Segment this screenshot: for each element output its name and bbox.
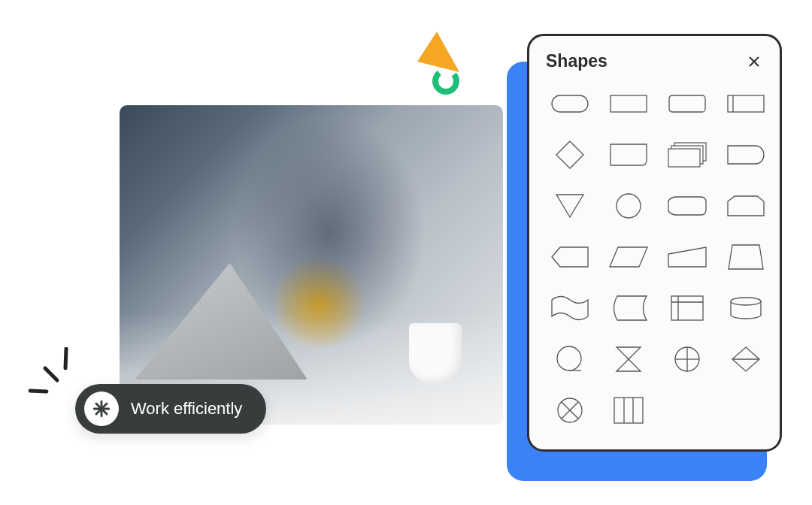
svg-marker-23 (610, 247, 647, 267)
shape-process[interactable] (607, 89, 650, 118)
shape-collate[interactable] (607, 345, 650, 373)
close-button[interactable] (745, 53, 763, 71)
spark-lines-icon (29, 347, 75, 397)
feature-chip-label: Work efficiently (131, 399, 242, 419)
shapes-panel: Shapes (527, 34, 782, 452)
svg-line-2 (45, 368, 57, 380)
svg-point-29 (731, 298, 761, 305)
shape-data[interactable] (607, 243, 650, 271)
panel-title: Shapes (546, 51, 607, 71)
svg-marker-32 (617, 347, 641, 359)
svg-marker-33 (617, 359, 641, 371)
svg-point-20 (617, 194, 641, 218)
cup-silhouette (409, 323, 462, 383)
shapes-grid (546, 85, 763, 429)
shape-direct-data[interactable] (725, 141, 767, 169)
shape-connector[interactable] (607, 192, 650, 220)
svg-rect-42 (614, 398, 643, 423)
svg-rect-12 (669, 95, 705, 112)
shape-rounded-rect[interactable] (666, 89, 708, 118)
svg-marker-22 (552, 247, 588, 267)
asterisk-icon (84, 392, 119, 426)
panel-header: Shapes (546, 51, 763, 71)
svg-line-1 (65, 349, 66, 368)
shape-predefined-process[interactable] (725, 89, 767, 118)
shape-tag-left[interactable] (549, 243, 591, 271)
svg-marker-15 (556, 141, 583, 168)
close-icon (748, 56, 760, 68)
shape-manual-operation[interactable] (666, 243, 708, 271)
shape-internal-storage[interactable] (666, 294, 708, 322)
hero-photo (120, 105, 503, 425)
svg-marker-24 (668, 247, 706, 267)
svg-rect-10 (552, 95, 588, 112)
shape-display[interactable] (666, 192, 708, 220)
shape-stored-data[interactable] (607, 294, 650, 322)
shape-multi-document[interactable] (666, 141, 708, 169)
svg-rect-18 (668, 149, 700, 167)
shape-internal-columns[interactable] (607, 396, 650, 425)
shape-off-page[interactable] (725, 192, 767, 220)
arrow-decoration (417, 29, 470, 96)
shape-terminator[interactable] (549, 89, 591, 118)
shape-or-gate[interactable] (666, 345, 708, 373)
shape-decision[interactable] (549, 141, 591, 169)
svg-marker-21 (728, 196, 764, 216)
feature-chip: Work efficiently (75, 384, 266, 434)
shape-summing-junction[interactable] (549, 396, 591, 425)
svg-marker-19 (556, 195, 583, 217)
shape-extract[interactable] (549, 192, 591, 220)
shape-sequential-access[interactable] (549, 345, 591, 373)
svg-rect-11 (611, 95, 647, 112)
laptop-silhouette (135, 263, 308, 380)
svg-point-30 (557, 346, 581, 370)
svg-line-3 (30, 391, 47, 392)
shape-punched-tape[interactable] (549, 294, 591, 322)
shape-card[interactable] (607, 141, 650, 169)
svg-rect-26 (671, 296, 703, 320)
shape-sort[interactable] (725, 345, 767, 373)
svg-marker-25 (729, 245, 763, 269)
shape-trapezoid[interactable] (725, 243, 767, 271)
shape-database[interactable] (725, 294, 767, 322)
